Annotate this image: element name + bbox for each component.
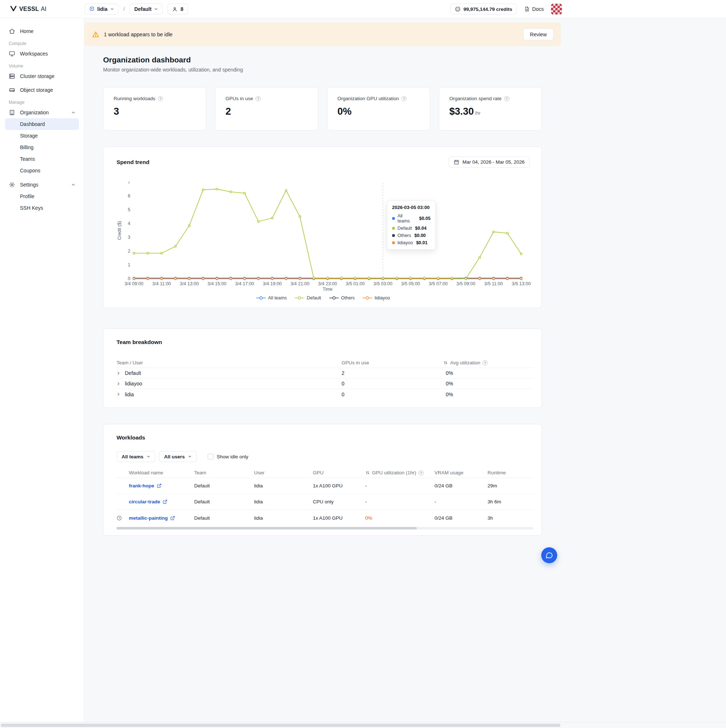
page-horizontal-scrollbar[interactable] <box>0 722 726 728</box>
column-runtime: Runtime <box>487 470 534 476</box>
sidebar-item-organization[interactable]: Organization <box>5 107 79 118</box>
external-link-icon[interactable] <box>170 516 175 520</box>
help-icon[interactable]: ? <box>401 96 407 101</box>
sidebar-item-storage[interactable]: Storage <box>5 130 79 142</box>
workload-link[interactable]: frank-hope <box>129 483 154 488</box>
show-idle-only-toggle[interactable]: Show idle only <box>208 454 248 459</box>
svg-text:7: 7 <box>128 182 130 185</box>
series-dot <box>392 234 395 237</box>
vessl-logo[interactable]: VESSL AI <box>10 0 46 18</box>
idle-checkbox[interactable] <box>208 454 213 459</box>
spend-chart-canvas[interactable]: 01234567Credit ($)3/4 09:003/4 11:003/4 … <box>116 182 534 291</box>
svg-text:3/4 23:00: 3/4 23:00 <box>318 281 337 286</box>
main-content: 1 workload appears to be idle Review Org… <box>84 18 726 728</box>
topbar-right: 99,975,144.79 credits Docs <box>450 0 562 18</box>
stat-value: 2 <box>225 106 308 117</box>
chart-tooltip: 2026-03-05 03:00 All teams$0.05 Default$… <box>387 200 436 250</box>
stat-unit: /hr <box>475 110 480 116</box>
team-selector[interactable]: Default <box>130 4 162 15</box>
legend-item[interactable]: lidiayoo <box>363 295 390 300</box>
workload-team: Default <box>194 515 254 521</box>
monitor-icon <box>9 50 15 57</box>
idle-clock-icon <box>116 515 122 521</box>
column-vram-usage: VRAM usage <box>435 470 487 476</box>
chevron-right-icon <box>116 392 121 396</box>
column-team-user: Team / User <box>116 360 342 366</box>
tooltip-series-value: $0.00 <box>415 233 426 238</box>
legend-item[interactable]: Others <box>329 295 355 300</box>
table-row: circular-trade Default lidia CPU only - … <box>116 494 533 510</box>
help-icon[interactable]: ? <box>482 360 487 366</box>
table-row[interactable]: Default 2 0% <box>116 368 533 379</box>
sidebar-item-cluster-storage[interactable]: Cluster storage <box>5 70 79 82</box>
scrollbar-thumb[interactable] <box>1 723 561 727</box>
calendar-icon <box>454 159 459 165</box>
chevron-up-icon <box>72 111 75 114</box>
sidebar-item-settings[interactable]: Settings <box>5 179 79 191</box>
sidebar-item-billing[interactable]: Billing <box>5 142 79 153</box>
svg-text:3/4 09:00: 3/4 09:00 <box>124 281 143 286</box>
table-row[interactable]: lidiayoo 0 0% <box>116 379 533 389</box>
svg-text:6: 6 <box>128 193 130 199</box>
legend-item[interactable]: Default <box>295 295 321 300</box>
stat-card-gpus-in-use: GPUs in use? 2 <box>215 87 318 131</box>
workload-link[interactable]: metallic-painting <box>129 515 168 521</box>
user-avatar[interactable] <box>551 4 562 15</box>
users-filter[interactable]: All users <box>159 451 197 462</box>
stat-card-gpu-utilization: Organization GPU utilization? 0% <box>327 87 430 131</box>
table-row: metallic-painting Default lidia 1x A100 … <box>116 510 533 526</box>
external-link-icon[interactable] <box>162 499 167 504</box>
svg-text:Time: Time <box>323 287 332 291</box>
team-breakdown-table: Team / User GPUs in use Avg utilization … <box>116 358 533 399</box>
sidebar-item-workspaces[interactable]: Workspaces <box>5 48 79 60</box>
app-window: VESSL AI lidia / Default 8 <box>0 0 726 728</box>
chevron-right-icon <box>116 382 121 386</box>
sidebar-item-teams[interactable]: Teams <box>5 153 79 165</box>
stat-card-spend-rate: Organization spend rate? $3.30/hr <box>439 87 542 131</box>
chat-bubble-icon <box>545 551 553 559</box>
chevron-down-icon <box>154 7 158 11</box>
svg-text:3/5 05:00: 3/5 05:00 <box>401 281 420 286</box>
series-dot <box>392 227 395 230</box>
members-button[interactable]: 8 <box>167 4 188 15</box>
help-icon[interactable]: ? <box>158 96 163 101</box>
sidebar-item-home[interactable]: Home <box>5 25 79 37</box>
sidebar-item-ssh-keys[interactable]: SSH Keys <box>5 202 79 214</box>
credits-button[interactable]: 99,975,144.79 credits <box>450 4 517 15</box>
sidebar-item-coupons[interactable]: Coupons <box>5 165 79 176</box>
chat-fab-button[interactable] <box>541 547 557 563</box>
sidebar-item-profile[interactable]: Profile <box>5 191 79 202</box>
sidebar-item-object-storage[interactable]: Object storage <box>5 84 79 96</box>
column-gpus-in-use: GPUs in use <box>342 360 443 366</box>
workload-gpu: 1x A100 GPU <box>313 483 365 488</box>
sidebar: Home Compute Workspaces Volume Cluster s… <box>0 18 84 728</box>
teams-filter[interactable]: All teams <box>116 451 155 462</box>
help-icon[interactable]: ? <box>504 96 509 101</box>
table-horizontal-scrollbar[interactable] <box>116 527 533 529</box>
org-selector[interactable]: lidia <box>84 4 119 15</box>
column-gpu-utilization[interactable]: GPU utilization (1hr) <box>372 470 417 476</box>
page-title: Organization dashboard <box>103 55 542 64</box>
workload-team: Default <box>194 499 254 505</box>
column-avg-utilization[interactable]: Avg utilization <box>450 360 480 366</box>
review-button[interactable]: Review <box>523 28 554 40</box>
stat-label: Running workloads <box>113 96 155 101</box>
date-range-button[interactable]: Mar 04, 2026 - Mar 05, 2026 <box>449 156 530 168</box>
help-icon[interactable]: ? <box>418 470 424 476</box>
team-name: Default <box>134 6 152 12</box>
chevron-down-icon <box>147 455 150 458</box>
sidebar-item-label: Settings <box>20 182 38 188</box>
sidebar-item-dashboard[interactable]: Dashboard <box>5 118 79 130</box>
scrollbar-thumb[interactable] <box>116 527 417 529</box>
workload-link[interactable]: circular-trade <box>129 499 160 505</box>
docs-link[interactable]: Docs <box>524 6 544 12</box>
table-row[interactable]: lidia 0 0% <box>116 389 533 399</box>
stat-label: GPUs in use <box>225 96 253 101</box>
help-icon[interactable]: ? <box>256 96 260 101</box>
stats-row: Running workloads? 3 GPUs in use? 2 Orga… <box>103 87 542 131</box>
external-link-icon[interactable] <box>157 483 162 488</box>
legend-item[interactable]: All teams <box>256 295 287 300</box>
stat-value: 0% <box>338 106 420 117</box>
workload-utilization: - <box>365 483 435 488</box>
workload-team: Default <box>194 483 254 488</box>
